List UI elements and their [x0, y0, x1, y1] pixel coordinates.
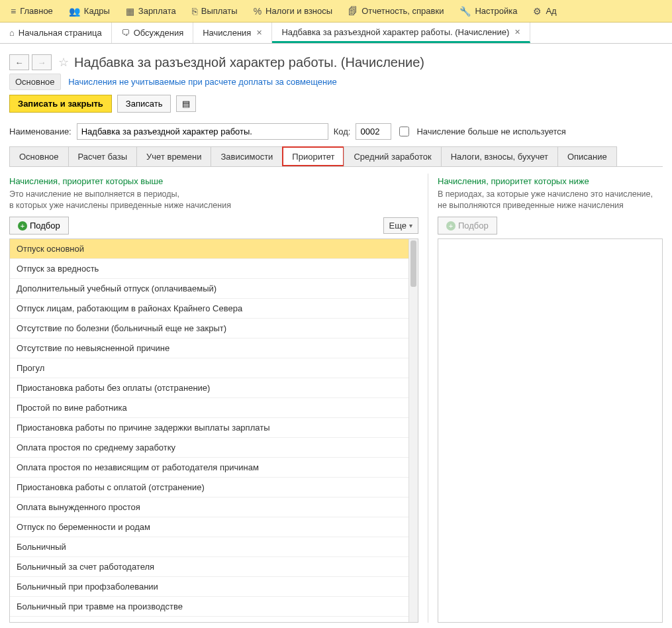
- list-rows: [438, 239, 653, 622]
- higher-sub: Это начисление не выполняется в периоды,…: [9, 189, 418, 211]
- report-icon: 🗐: [348, 6, 358, 17]
- list-item[interactable]: Отсутствие по болезни (больничный еще не…: [10, 319, 408, 339]
- percent-icon: %: [254, 6, 262, 17]
- menu-settings[interactable]: 🔧Настройка: [452, 0, 525, 23]
- close-icon[interactable]: ✕: [514, 28, 520, 36]
- scrollbar[interactable]: [408, 239, 418, 622]
- itab-osnovnoe[interactable]: Основное: [9, 146, 69, 166]
- window-tabs: ⌂Начальная страница 🗨Обсуждения Начислен…: [0, 23, 672, 44]
- sub-nav: Основное Начисления не учитываемые при р…: [9, 77, 663, 87]
- higher-list: Отпуск основной Отпуск за вредность Допо…: [9, 238, 418, 623]
- lower-toolbar: +Подбор: [438, 217, 663, 235]
- favorite-star-icon[interactable]: ☆: [58, 55, 69, 70]
- pick-button[interactable]: +Подбор: [9, 217, 69, 235]
- list-item[interactable]: Прогул: [10, 358, 408, 378]
- itab-vremya[interactable]: Учет времени: [136, 146, 211, 166]
- list-rows: Отпуск основной Отпуск за вредность Допо…: [10, 239, 408, 622]
- tab-label: Начальная страница: [19, 28, 102, 38]
- title-row: ← → ☆ Надбавка за разъездной характер ра…: [9, 54, 663, 70]
- close-icon[interactable]: ✕: [256, 28, 262, 37]
- list-item[interactable]: Больничный при травме на производстве: [10, 597, 408, 617]
- unused-label: Начисление больше не используется: [416, 127, 565, 136]
- unused-checkbox[interactable]: [399, 127, 409, 136]
- people-icon: 👥: [69, 6, 80, 17]
- higher-toolbar: +Подбор Еще▾: [9, 217, 418, 235]
- list-item[interactable]: Отсутствие по невыясненной причине: [10, 339, 408, 358]
- lower-priority-panel: Начисления, приоритет которых ниже В пер…: [438, 174, 663, 623]
- menu-label: Ад: [546, 6, 556, 16]
- name-label: Наименование:: [9, 127, 72, 136]
- higher-priority-panel: Начисления, приоритет которых выше Это н…: [9, 174, 418, 623]
- tab-discussions[interactable]: 🗨Обсуждения: [112, 23, 194, 43]
- command-bar: Записать и закрыть Записать ▤: [9, 95, 663, 113]
- list-item[interactable]: Дополнительный учебный отпуск (оплачивае…: [10, 279, 408, 299]
- list-item[interactable]: Отпуск за вредность: [10, 259, 408, 279]
- tab-label: Обсуждения: [134, 28, 184, 38]
- menu-vyplaty[interactable]: ⎘Выплаты: [184, 0, 246, 23]
- menu-icon: ≡: [11, 6, 16, 17]
- priority-columns: Начисления, приоритет которых выше Это н…: [9, 174, 663, 623]
- itab-raschet[interactable]: Расчет базы: [68, 146, 138, 166]
- list-item[interactable]: Отпуск основной: [10, 239, 408, 259]
- page-title: Надбавка за разъездной характер работы. …: [74, 55, 424, 70]
- code-input[interactable]: [356, 123, 391, 140]
- nav-back-button[interactable]: ←: [9, 54, 29, 70]
- itab-nalogi[interactable]: Налоги, взносы, бухучет: [441, 146, 558, 166]
- lower-sub: В периодах, за которые уже начислено это…: [438, 189, 663, 211]
- save-close-button[interactable]: Записать и закрыть: [9, 95, 112, 113]
- save-button[interactable]: Записать: [117, 95, 171, 113]
- menu-nalogi[interactable]: %Налоги и взносы: [246, 0, 341, 23]
- subnav-link[interactable]: Начисления не учитываемые при расчете до…: [68, 77, 337, 87]
- itab-opisanie[interactable]: Описание: [557, 146, 617, 166]
- payout-icon: ⎘: [192, 6, 197, 17]
- plus-icon: +: [18, 221, 27, 231]
- inner-tabs: Основное Расчет базы Учет времени Зависи…: [9, 146, 663, 167]
- list-item[interactable]: Отпуск по беременности и родам: [10, 517, 408, 537]
- list-item[interactable]: Простой по вине работника: [10, 398, 408, 418]
- list-item[interactable]: Больничный при профзаболевании: [10, 577, 408, 597]
- form-row: Наименование: Код: Начисление больше не …: [9, 123, 663, 140]
- tab-home[interactable]: ⌂Начальная страница: [0, 23, 112, 43]
- name-input[interactable]: [77, 123, 328, 140]
- list-item[interactable]: Приостановка работы с оплатой (отстранен…: [10, 478, 408, 497]
- list-item[interactable]: Больничный: [10, 537, 408, 557]
- menu-label: Главное: [20, 6, 53, 16]
- list-item[interactable]: Приостановка работы без оплаты (отстране…: [10, 378, 408, 398]
- menu-label: Настройка: [475, 6, 517, 16]
- menu-zarplata[interactable]: ▦Зарплата: [118, 0, 184, 23]
- tab-accruals[interactable]: Начисления✕: [193, 23, 272, 43]
- list-item[interactable]: Командировка: [10, 617, 408, 622]
- plus-icon: +: [446, 221, 456, 231]
- menu-main[interactable]: ≡Главное: [3, 0, 61, 23]
- document-icon: ▤: [182, 99, 190, 109]
- list-item[interactable]: Оплата простоя по среднему заработку: [10, 438, 408, 458]
- nav-forward-button[interactable]: →: [32, 54, 52, 70]
- list-item[interactable]: Отпуск лицам, работающим в районах Крайн…: [10, 299, 408, 319]
- code-label: Код:: [334, 127, 351, 136]
- itab-prioritet[interactable]: Приоритет: [282, 146, 344, 166]
- list-item[interactable]: Больничный за счет работодателя: [10, 557, 408, 577]
- tab-label: Надбавка за разъездной характер работы. …: [281, 27, 509, 37]
- calc-icon: ▦: [126, 6, 134, 17]
- menu-reports[interactable]: 🗐Отчетность, справки: [340, 0, 452, 23]
- subnav-main[interactable]: Основное: [9, 74, 61, 90]
- list-item[interactable]: Оплата вынужденного простоя: [10, 497, 408, 517]
- list-item[interactable]: Приостановка работы по причине задержки …: [10, 418, 408, 438]
- list-item[interactable]: Оплата простоя по независящим от работод…: [10, 458, 408, 478]
- scrollbar-thumb[interactable]: [410, 240, 416, 287]
- menu-label: Кадры: [84, 6, 110, 16]
- itab-zavisimosti[interactable]: Зависимости: [211, 146, 283, 166]
- menu-label: Выплаты: [201, 6, 238, 16]
- menu-label: Налоги и взносы: [265, 6, 332, 16]
- gear-icon: ⚙: [533, 6, 542, 17]
- pick-button-disabled[interactable]: +Подбор: [438, 217, 497, 235]
- tab-current[interactable]: Надбавка за разъездной характер работы. …: [272, 23, 530, 43]
- more-button[interactable]: Еще▾: [383, 217, 418, 234]
- lower-list: [438, 238, 663, 623]
- menu-kadry[interactable]: 👥Кадры: [61, 0, 118, 23]
- wrench-icon: 🔧: [459, 6, 471, 17]
- column-divider: [428, 174, 428, 623]
- itab-sredniy[interactable]: Средний заработок: [344, 146, 441, 166]
- report-button[interactable]: ▤: [176, 95, 196, 112]
- menu-admin[interactable]: ⚙Ад: [525, 0, 564, 23]
